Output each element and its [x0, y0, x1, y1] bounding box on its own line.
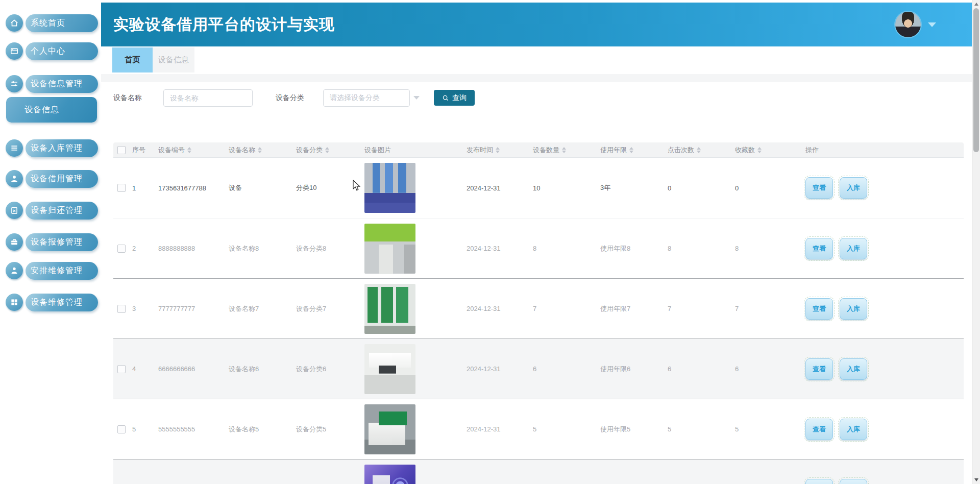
sort-asc-icon[interactable]: [258, 147, 262, 150]
scroll-up-icon[interactable]: [974, 3, 978, 6]
cell-quantity: 7: [532, 305, 599, 312]
view-button[interactable]: 查看: [805, 298, 833, 320]
row-checkbox[interactable]: [117, 245, 126, 253]
cell-clicks: 0: [667, 184, 734, 192]
cell-value: 使用年限7: [600, 304, 630, 313]
equipment-image[interactable]: [364, 404, 415, 454]
sidebar-item[interactable]: 设备维修管理: [26, 294, 98, 311]
sidebar-icon-circle: [6, 14, 23, 32]
sidebar-item[interactable]: 个人中心: [26, 42, 98, 60]
cell-value: 分类10: [296, 183, 316, 192]
home-icon: [10, 18, 19, 28]
sort-icons[interactable]: [187, 147, 191, 153]
view-button[interactable]: 查看: [805, 479, 833, 484]
view-button[interactable]: 查看: [805, 419, 833, 440]
sort-desc-icon[interactable]: [629, 151, 633, 153]
sort-desc-icon[interactable]: [496, 151, 500, 153]
device-category-select[interactable]: 请选择设备分类: [323, 89, 410, 107]
sort-asc-icon[interactable]: [562, 147, 566, 150]
inbound-button[interactable]: 入库: [840, 479, 867, 484]
cell-category: 设备分类7: [295, 304, 363, 313]
equipment-image[interactable]: [364, 224, 415, 274]
cell-ops: 查看入库: [801, 238, 964, 259]
user-icon: [10, 174, 19, 183]
sidebar-item[interactable]: 安排维修管理: [26, 262, 98, 280]
device-name-input[interactable]: [163, 89, 253, 107]
sidebar-item[interactable]: 设备入库管理: [26, 139, 98, 157]
chevron-down-icon[interactable]: [928, 22, 936, 27]
sort-desc-icon[interactable]: [258, 151, 262, 153]
user-menu[interactable]: [895, 3, 936, 46]
sidebar-item[interactable]: 设备报修管理: [26, 233, 98, 251]
tab-device-info[interactable]: 设备信息: [153, 47, 194, 72]
sort-icons[interactable]: [496, 147, 500, 153]
sort-icons[interactable]: [258, 147, 262, 153]
view-button[interactable]: 查看: [805, 238, 833, 259]
select-all-checkbox[interactable]: [117, 146, 126, 154]
sort-desc-icon[interactable]: [187, 151, 191, 153]
column-header-publish[interactable]: 发布时间: [465, 146, 532, 155]
sort-asc-icon[interactable]: [697, 147, 701, 150]
column-header-clicks[interactable]: 点击次数: [667, 146, 734, 155]
column-header-code[interactable]: 设备编号: [156, 146, 228, 155]
cell-value: 0: [735, 184, 739, 192]
query-button[interactable]: 查询: [434, 90, 475, 106]
scrollbar[interactable]: [972, 0, 980, 484]
column-header-name[interactable]: 设备名称: [228, 146, 295, 155]
row-checkbox[interactable]: [117, 425, 126, 433]
column-label: 使用年限: [600, 146, 627, 155]
scrollbar-thumb[interactable]: [973, 8, 979, 152]
sort-asc-icon[interactable]: [757, 147, 762, 150]
sort-desc-icon[interactable]: [562, 151, 566, 153]
view-button[interactable]: 查看: [805, 358, 833, 380]
sidebar-item[interactable]: 设备借用管理: [26, 170, 98, 188]
row-checkbox[interactable]: [117, 365, 126, 373]
row-checkbox[interactable]: [117, 305, 126, 313]
column-header-category[interactable]: 设备分类: [295, 146, 363, 155]
cell-ops: 查看入库: [801, 479, 964, 484]
sort-icons[interactable]: [629, 147, 633, 153]
equipment-image[interactable]: [364, 344, 415, 394]
sort-icons[interactable]: [325, 147, 329, 153]
cell-index: 3: [126, 305, 156, 312]
inbound-button[interactable]: 入库: [840, 358, 867, 380]
avatar[interactable]: [895, 12, 921, 37]
cell-quantity: 8: [532, 245, 599, 252]
inbound-button[interactable]: 入库: [840, 419, 867, 440]
chevron-down-icon[interactable]: [413, 96, 420, 100]
inbound-button[interactable]: 入库: [840, 298, 867, 320]
sort-desc-icon[interactable]: [697, 151, 701, 153]
sidebar-item[interactable]: 系统首页: [26, 14, 98, 32]
sort-desc-icon[interactable]: [325, 151, 329, 153]
sort-desc-icon[interactable]: [757, 151, 762, 153]
cell-value: 2024-12-31: [467, 184, 501, 192]
sort-icons[interactable]: [562, 147, 566, 153]
inbound-button[interactable]: 入库: [840, 177, 867, 199]
cell-value: 3年: [600, 183, 610, 192]
tab-home[interactable]: 首页: [112, 47, 153, 72]
sidebar-subitem-active[interactable]: 设备信息: [6, 97, 97, 123]
column-header-lifespan[interactable]: 使用年限: [599, 146, 667, 155]
sort-asc-icon[interactable]: [187, 147, 191, 150]
view-button[interactable]: 查看: [805, 177, 833, 199]
sort-asc-icon[interactable]: [629, 147, 633, 150]
column-label: 设备数量: [533, 146, 559, 155]
sort-asc-icon[interactable]: [325, 147, 329, 150]
cell-value: 0: [668, 184, 671, 192]
sort-asc-icon[interactable]: [496, 147, 500, 150]
row-checkbox[interactable]: [117, 184, 126, 192]
sort-icons[interactable]: [757, 147, 762, 153]
equipment-image[interactable]: [364, 284, 415, 334]
scroll-down-icon[interactable]: [974, 478, 978, 481]
equipment-image[interactable]: [364, 163, 415, 213]
column-header-favorites[interactable]: 收藏数: [734, 146, 801, 155]
equipment-image[interactable]: [364, 465, 415, 484]
cell-publish: 2024-12-31: [465, 305, 532, 312]
column-header-quantity[interactable]: 设备数量: [532, 146, 599, 155]
inbound-button[interactable]: 入库: [840, 238, 867, 259]
cell-category: 设备分类8: [295, 244, 363, 253]
sidebar-item[interactable]: 设备归还管理: [26, 202, 98, 220]
cell-lifespan: 使用年限5: [599, 425, 667, 434]
sidebar-item[interactable]: 设备信息管理: [26, 75, 98, 93]
sort-icons[interactable]: [697, 147, 701, 153]
